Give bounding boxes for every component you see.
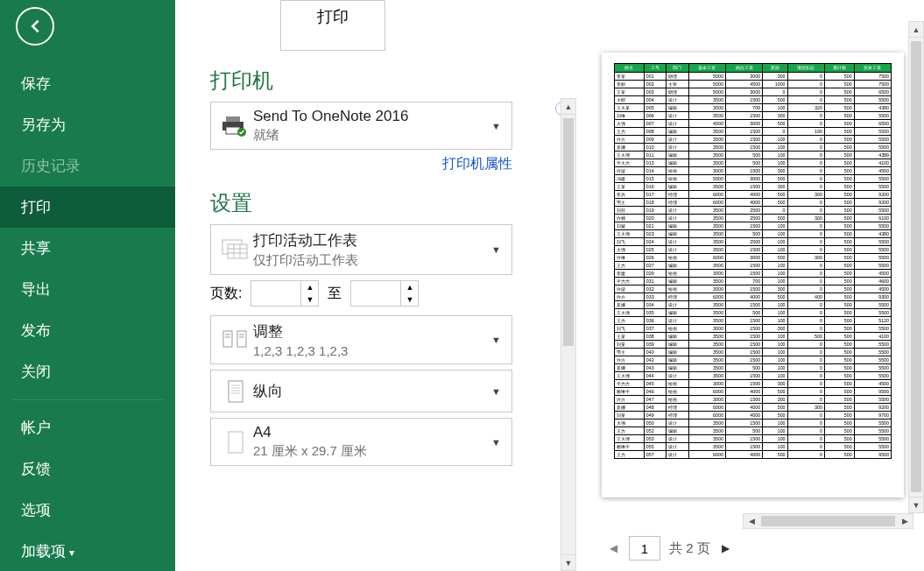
next-page-button[interactable]: ▶ <box>719 541 733 555</box>
table-row: 姜娜048经理600040005003005009200 <box>615 404 892 412</box>
sidebar-item-share[interactable]: 共享 <box>0 228 175 269</box>
paper-title: A4 <box>253 424 488 441</box>
table-row: 刘某039编辑3500150010005005500 <box>615 341 892 349</box>
printer-name: Send To OneNote 2016 <box>253 108 488 125</box>
portrait-icon <box>218 379 253 404</box>
sidebar-item-feedback[interactable]: 反馈 <box>0 448 175 490</box>
scroll-down-icon[interactable]: ▼ <box>909 497 923 512</box>
scroll-down-icon[interactable]: ▼ <box>561 554 575 570</box>
table-header: 基本工资 <box>688 64 725 73</box>
sidebar-item-export[interactable]: 导出 <box>0 269 175 310</box>
spin-up-icon[interactable]: ▲ <box>301 281 318 293</box>
chevron-down-icon: ▾ <box>69 546 74 559</box>
table-header: 累计税 <box>824 64 854 73</box>
print-what-title: 打印活动工作表 <box>253 230 488 250</box>
table-row: 王力027编辑3500150010005005500 <box>615 262 892 270</box>
settings-scrollbar[interactable]: ▲ ▼ <box>561 98 576 571</box>
table-row: 大强007设计4000300050005006500 <box>615 120 892 128</box>
table-row: 李建029绘画3000150010005004500 <box>615 270 892 278</box>
sidebar-item-options[interactable]: 选项 <box>0 490 175 531</box>
scroll-up-icon[interactable]: ▲ <box>561 99 575 115</box>
pages-label: 页数: <box>210 285 242 303</box>
print-what-sub: 仅打印活动工作表 <box>253 252 488 269</box>
paper-icon <box>218 430 253 455</box>
spin-up-icon[interactable]: ▲ <box>401 281 418 293</box>
preview-v-scrollbar[interactable]: ▲ ▼ <box>908 21 924 513</box>
printer-section-title: 打印机 <box>210 67 552 95</box>
table-row: 韦主040编辑3500150010005005500 <box>615 349 892 356</box>
preview-page: 姓名工号部门基本工资岗位工资奖励请假扣款累计税实发工资李某001助理500030… <box>602 53 904 497</box>
table-row: 王某038编辑350015001005005004100 <box>615 333 892 341</box>
pages-from-input[interactable] <box>251 281 300 306</box>
scroll-thumb[interactable] <box>911 41 921 492</box>
table-row: 许方009设计3500150010005005500 <box>615 136 892 144</box>
printer-icon <box>218 115 253 137</box>
table-row: 王某003助理50003000005006500 <box>615 88 892 96</box>
table-row: 韦主018经理6000400050005009200 <box>615 199 892 207</box>
sidebar-item-print[interactable]: 打印 <box>0 187 175 228</box>
paper-dropdown[interactable]: A4 21 厘米 x 29.7 厘米 ▼ <box>210 418 512 466</box>
sidebar-item-publish[interactable]: 发布 <box>0 310 175 351</box>
table-header: 实发工资 <box>854 64 891 73</box>
orientation-value: 纵向 <box>253 376 488 406</box>
scroll-thumb[interactable] <box>761 516 895 526</box>
current-page-input[interactable] <box>629 536 660 560</box>
print-what-dropdown[interactable]: 打印活动工作表 仅打印活动工作表 ▼ <box>210 224 512 275</box>
table-row: 姜娜034设计3500150010005005500 <box>615 301 892 309</box>
table-row: 干力力045绘画3000150030005004500 <box>615 380 892 388</box>
orientation-dropdown[interactable]: 纵向 ▼ <box>210 370 512 412</box>
svg-rect-5 <box>228 244 247 258</box>
settings-section-title: 设置 <box>210 189 552 217</box>
table-row: 许方033经理600040005004005009300 <box>615 293 892 301</box>
chevron-down-icon: ▼ <box>488 386 504 397</box>
table-header: 姓名 <box>615 64 645 73</box>
chevron-down-icon: ▼ <box>488 121 504 131</box>
sidebar-item-account[interactable]: 帐户 <box>0 407 175 448</box>
table-row: 李丽002主管50004500100005007500 <box>615 81 892 88</box>
table-row: 李兴017经理600040005003005009200 <box>615 191 892 199</box>
table-row: 大强025设计3500150010005005500 <box>615 246 892 254</box>
table-row: 刘某049经理6000400050005009700 <box>615 412 892 419</box>
scroll-right-icon[interactable]: ▶ <box>897 514 913 528</box>
spin-down-icon[interactable]: ▼ <box>301 293 318 306</box>
pages-to-input[interactable] <box>351 281 400 306</box>
table-header: 工号 <box>644 64 666 73</box>
table-row: 大强050设计3500150010005005500 <box>615 419 892 427</box>
printer-status: 就绪 <box>253 127 488 144</box>
sidebar-item-addins[interactable]: 加载项▾ <box>0 531 175 571</box>
scroll-up-icon[interactable]: ▲ <box>909 22 923 38</box>
print-button[interactable]: 打印 <box>280 0 385 51</box>
table-row: 李某001助理5000300030005007500 <box>615 73 892 81</box>
preview-table: 姓名工号部门基本工资岗位工资奖励请假扣款累计税实发工资李某001助理500030… <box>614 63 892 459</box>
table-row: 许波032绘画3000150030005004500 <box>615 286 892 293</box>
collate-dropdown[interactable]: 调整 1,2,3 1,2,3 1,2,3 ▼ <box>210 315 512 364</box>
table-row: 姜娜010设计3500150010005005500 <box>615 144 892 152</box>
printer-properties-link[interactable]: 打印机属性 <box>442 156 512 171</box>
collate-sub: 1,2,3 1,2,3 1,2,3 <box>253 343 488 358</box>
back-button[interactable] <box>16 7 54 46</box>
table-row: 王大强023编辑350050010005004380 <box>615 230 892 238</box>
table-row: 王大某005编辑35007001003205004380 <box>615 104 892 112</box>
svg-rect-10 <box>223 331 232 347</box>
scroll-thumb[interactable] <box>563 118 574 346</box>
pages-from-spinbox[interactable]: ▲▼ <box>250 280 319 307</box>
table-header: 请假扣款 <box>787 64 824 73</box>
table-row: 干力力031编辑350070010005004600 <box>615 278 892 286</box>
table-row: 赖琳干046绘画6000400050005009500 <box>615 388 892 396</box>
preview-h-scrollbar[interactable]: ◀ ▶ <box>743 513 913 529</box>
printer-dropdown[interactable]: Send To OneNote 2016 就绪 ▼ <box>210 102 512 150</box>
table-row: 王大强044设计3500150010005005500 <box>615 372 892 380</box>
sidebar-item-save[interactable]: 保存 <box>0 63 175 104</box>
pages-to-spinbox[interactable]: ▲▼ <box>350 280 419 307</box>
backstage-sidebar: 保存另存为历史记录打印共享导出发布关闭 帐户反馈选项加载项▾ <box>0 0 175 571</box>
sidebar-item-close[interactable]: 关闭 <box>0 351 175 392</box>
paper-sub: 21 厘米 x 29.7 厘米 <box>253 443 488 460</box>
table-row: 刘飞037绘画3000150030005005500 <box>615 325 892 333</box>
page-total: 共 2 页 <box>669 540 710 557</box>
prev-page-button[interactable]: ◀ <box>606 541 620 555</box>
sidebar-item-save-as[interactable]: 另存为 <box>0 104 175 145</box>
scroll-left-icon[interactable]: ◀ <box>744 514 759 528</box>
spin-down-icon[interactable]: ▼ <box>401 293 418 306</box>
pager: ◀ 共 2 页 ▶ <box>594 525 912 571</box>
table-row: 许方042编辑3500150010005005500 <box>615 356 892 364</box>
